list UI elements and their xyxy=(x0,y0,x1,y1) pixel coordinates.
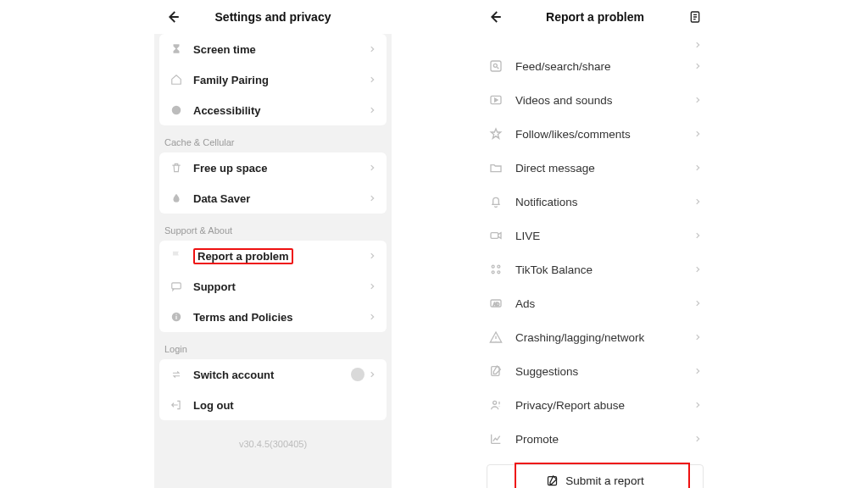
submit-report-button[interactable]: Submit a report xyxy=(487,464,704,488)
chevron-right-icon xyxy=(693,231,702,240)
row-free-up-space[interactable]: Free up space xyxy=(159,152,387,183)
chevron-right-icon xyxy=(693,435,702,443)
svg-point-0 xyxy=(172,106,181,115)
row-promote[interactable]: Promote xyxy=(476,422,714,456)
row-privacy-report[interactable]: Privacy/Report abuse xyxy=(476,388,714,422)
row-label: LIVE xyxy=(515,230,693,242)
chevron-right-icon xyxy=(693,333,702,341)
bell-icon xyxy=(488,194,504,209)
row-support[interactable]: Support xyxy=(159,271,387,302)
chevron-right-icon xyxy=(368,313,376,321)
row-switch-account[interactable]: Switch account xyxy=(159,359,387,390)
chevron-right-icon xyxy=(693,299,702,308)
row-report-problem[interactable]: Report a problem xyxy=(159,241,387,271)
row-ads[interactable]: AD Ads xyxy=(476,286,714,320)
row-label: Direct message xyxy=(515,162,693,175)
row-terms-policies[interactable]: Terms and Policies xyxy=(159,302,387,332)
row-label: Notifications xyxy=(515,196,693,208)
info-icon xyxy=(170,310,183,324)
row-log-out[interactable]: Log out xyxy=(159,390,387,420)
edit-note-icon xyxy=(488,363,504,379)
row-live[interactable]: LIVE xyxy=(476,219,714,252)
highlight-report-problem: Report a problem xyxy=(193,248,293,264)
compose-icon xyxy=(546,474,559,487)
settings-title: Settings and privacy xyxy=(154,10,392,24)
row-videos-sounds[interactable]: Videos and sounds xyxy=(476,83,714,117)
row-follow-likes-comments[interactable]: Follow/likes/comments xyxy=(476,117,714,151)
row-partial-top[interactable] xyxy=(476,34,714,49)
row-label: Videos and sounds xyxy=(515,94,693,107)
version-text: v30.4.5(300405) xyxy=(154,424,392,458)
row-notifications[interactable]: Notifications xyxy=(476,185,714,219)
chat-icon xyxy=(170,280,183,293)
settings-phone: Settings and privacy Screen time Family … xyxy=(154,0,392,488)
svg-point-17 xyxy=(493,401,497,404)
avatar-icon xyxy=(351,368,364,381)
svg-rect-1 xyxy=(172,283,181,289)
chevron-right-icon xyxy=(368,164,376,172)
back-button[interactable] xyxy=(164,8,181,25)
row-label: Log out xyxy=(193,399,376,412)
report-phone: Report a problem Feed/search/share Video… xyxy=(476,0,714,488)
chevron-right-icon xyxy=(368,106,376,114)
form-icon xyxy=(688,10,702,24)
row-family-pairing[interactable]: Family Pairing xyxy=(159,64,387,95)
warning-icon xyxy=(488,330,504,345)
submit-wrap: Submit a report xyxy=(476,456,714,488)
row-label: Ads xyxy=(515,297,693,310)
svg-rect-9 xyxy=(491,233,498,239)
row-label: Crashing/lagging/network xyxy=(515,331,693,344)
row-label: Support xyxy=(193,280,368,293)
svg-text:AD: AD xyxy=(493,302,500,307)
row-label: Report a problem xyxy=(193,248,368,264)
login-card: Switch account Log out xyxy=(159,359,387,420)
row-tiktok-balance[interactable]: TikTok Balance xyxy=(476,252,714,286)
row-suggestions[interactable]: Suggestions xyxy=(476,354,714,388)
trash-icon xyxy=(170,161,183,175)
svg-point-7 xyxy=(493,64,497,67)
star-icon xyxy=(488,126,504,141)
submit-label: Submit a report xyxy=(565,474,643,487)
chevron-right-icon xyxy=(368,75,376,84)
section-header-login: Login xyxy=(154,336,392,359)
row-label: Screen time xyxy=(193,43,368,56)
row-direct-message[interactable]: Direct message xyxy=(476,151,714,185)
svg-point-13 xyxy=(498,271,500,274)
row-feed-search-share[interactable]: Feed/search/share xyxy=(476,49,714,83)
chevron-right-icon xyxy=(693,96,702,104)
flag-icon xyxy=(170,249,183,263)
search-page-icon xyxy=(488,58,504,74)
chevron-right-icon xyxy=(693,41,702,49)
chart-line-icon xyxy=(488,431,504,446)
row-label: Feed/search/share xyxy=(515,60,693,73)
back-button[interactable] xyxy=(487,8,504,25)
svg-point-10 xyxy=(492,265,494,268)
chevron-right-icon xyxy=(693,130,702,138)
svg-point-11 xyxy=(498,265,500,268)
report-title: Report a problem xyxy=(476,10,714,24)
video-icon xyxy=(488,92,504,108)
report-topbar: Report a problem xyxy=(476,0,714,34)
settings-topbar: Settings and privacy xyxy=(154,0,392,34)
back-arrow-icon xyxy=(165,9,181,25)
chevron-right-icon xyxy=(693,367,702,375)
switch-icon xyxy=(170,368,183,381)
svg-rect-3 xyxy=(175,316,176,319)
row-screen-time[interactable]: Screen time xyxy=(159,34,387,64)
row-crashing[interactable]: Crashing/lagging/network xyxy=(476,320,714,354)
grid-icon xyxy=(488,262,504,277)
row-label: Switch account xyxy=(193,369,351,381)
chevron-right-icon xyxy=(368,282,376,291)
row-data-saver[interactable]: Data Saver xyxy=(159,183,387,214)
row-label: Promote xyxy=(515,433,693,446)
row-label: Free up space xyxy=(193,162,368,175)
chevron-right-icon xyxy=(693,62,702,70)
row-accessibility[interactable]: Accessibility xyxy=(159,95,387,125)
row-label: Data Saver xyxy=(193,192,368,205)
form-history-button[interactable] xyxy=(687,8,704,25)
row-label: TikTok Balance xyxy=(515,263,693,276)
content-card: Screen time Family Pairing Accessibility xyxy=(159,34,387,125)
svg-point-4 xyxy=(175,313,176,314)
droplet-icon xyxy=(170,191,183,205)
chevron-right-icon xyxy=(693,265,702,274)
